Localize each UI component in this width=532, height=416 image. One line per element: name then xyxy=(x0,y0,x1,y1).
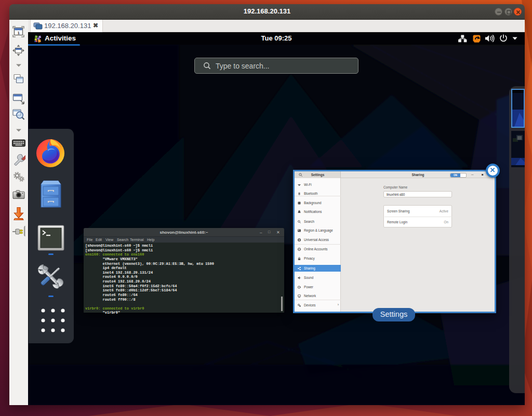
svg-text:1: 1 xyxy=(18,31,20,35)
